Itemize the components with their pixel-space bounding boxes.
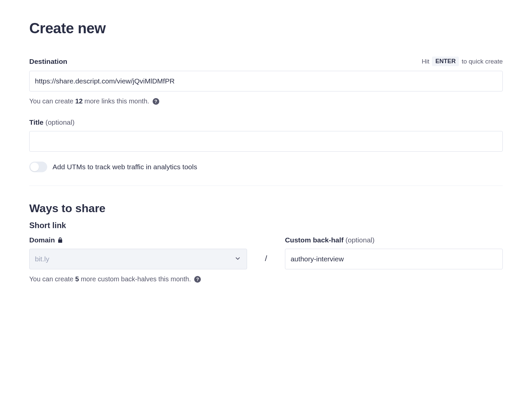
backhalf-label-text: Custom back-half (285, 236, 343, 244)
share-section-title: Ways to share (29, 202, 503, 215)
domain-label: Domain (29, 236, 55, 244)
toggle-knob (30, 163, 39, 171)
hint-suffix: to quick create (462, 58, 503, 65)
backhalf-optional-text: (optional) (345, 236, 375, 244)
backhalf-helper-count: 5 (75, 275, 79, 283)
title-field-group: Title (optional) (29, 118, 503, 152)
utm-toggle-row: Add UTMs to track web traffic in analyti… (29, 162, 503, 172)
enter-key-badge: ENTER (432, 57, 459, 66)
short-link-title: Short link (29, 221, 503, 230)
help-icon[interactable]: ? (194, 276, 201, 283)
page-title: Create new (29, 20, 503, 37)
help-icon[interactable]: ? (153, 98, 159, 105)
helper-count: 12 (75, 97, 82, 105)
backhalf-input[interactable] (285, 249, 503, 269)
helper-prefix: You can create (29, 97, 73, 105)
helper-suffix: more links this month. (84, 97, 149, 105)
short-link-row: Domain bit.ly / Custom back-half (option… (29, 236, 503, 269)
title-label-text: Title (29, 118, 44, 126)
destination-label: Destination (29, 58, 67, 66)
destination-field-group: Destination Hit ENTER to quick create Yo… (29, 57, 503, 105)
lock-icon (58, 237, 63, 243)
section-divider (29, 186, 503, 186)
backhalves-remaining-helper: You can create 5 more custom back-halves… (29, 275, 503, 283)
domain-column: Domain bit.ly (29, 236, 247, 269)
title-input[interactable] (29, 131, 503, 152)
backhalf-helper-suffix: more custom back-halves this month. (81, 275, 191, 283)
backhalf-helper-prefix: You can create (29, 275, 73, 283)
utm-toggle[interactable] (29, 162, 47, 172)
title-label: Title (optional) (29, 118, 74, 126)
destination-input[interactable] (29, 71, 503, 91)
title-optional-text: (optional) (46, 118, 75, 126)
backhalf-label: Custom back-half (optional) (285, 236, 375, 244)
domain-select[interactable]: bit.ly (29, 249, 247, 269)
quick-create-hint: Hit ENTER to quick create (422, 57, 503, 66)
path-separator: / (247, 247, 285, 269)
utm-toggle-label: Add UTMs to track web traffic in analyti… (53, 163, 197, 171)
backhalf-column: Custom back-half (optional) (285, 236, 503, 269)
links-remaining-helper: You can create 12 more links this month.… (29, 97, 503, 105)
hint-prefix: Hit (422, 58, 429, 65)
